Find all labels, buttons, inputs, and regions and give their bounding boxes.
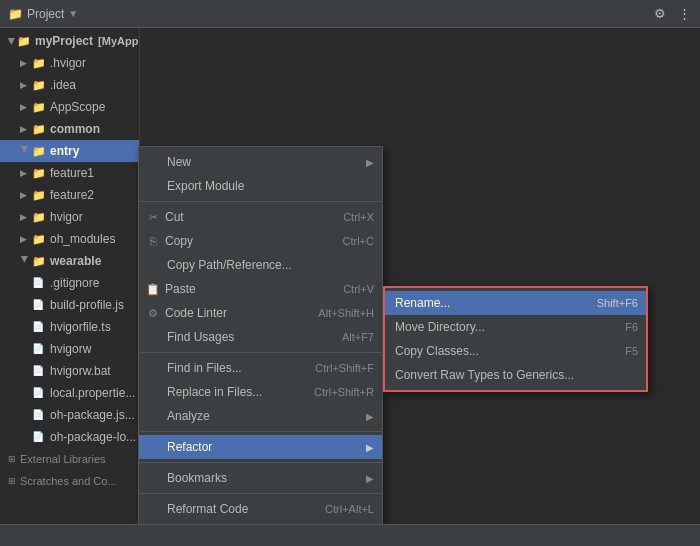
tree-item-hvigor[interactable]: ▶ 📁 .hvigor: [0, 52, 139, 74]
menu-item-bookmarks[interactable]: Bookmarks ▶: [139, 466, 382, 490]
tree-item-wearable[interactable]: ▶ 📁 wearable: [0, 250, 139, 272]
tree-item-build-profile[interactable]: 📄 build-profile.js: [0, 294, 139, 316]
tree-item-feature2[interactable]: ▶ 📁 feature2: [0, 184, 139, 206]
root-folder-icon: 📁: [17, 35, 31, 47]
menu-label: New: [167, 155, 191, 169]
shortcut-label: Alt+F7: [342, 331, 374, 343]
submenu-item-copy-classes[interactable]: Copy Classes... F5: [385, 339, 646, 363]
tree-item-idea[interactable]: ▶ 📁 .idea: [0, 74, 139, 96]
status-bar: [0, 524, 700, 546]
folder-icon: 📁: [32, 233, 46, 245]
context-menu: New ▶ Export Module ✂ Cut Ctrl+X ⎘ Copy …: [138, 146, 383, 524]
menu-item-export-module[interactable]: Export Module: [139, 174, 382, 198]
arrow-icon: ▶: [20, 190, 30, 200]
file-icon: 📄: [32, 321, 46, 333]
file-icon: 📄: [32, 365, 46, 377]
menu-item-code-linter[interactable]: ⚙ Code Linter Alt+Shift+H: [139, 301, 382, 325]
menu-item-optimize-imports[interactable]: Optimize Imports Ctrl+Alt+O: [139, 521, 382, 524]
item-label: .gitignore: [50, 276, 99, 290]
tree-root[interactable]: ▶ 📁 myProject [MyApplication]: [0, 30, 139, 52]
tree-item-oh-package2[interactable]: 📄 oh-package-lo...: [0, 426, 139, 448]
shortcut-label: Alt+Shift+H: [318, 307, 374, 319]
separator: [139, 462, 382, 463]
tree-item-hvigorw[interactable]: 📄 hvigorw: [0, 338, 139, 360]
file-icon: 📄: [32, 409, 46, 421]
menu-item-analyze[interactable]: Analyze ▶: [139, 404, 382, 428]
menu-item-copy-path[interactable]: Copy Path/Reference...: [139, 253, 382, 277]
item-label: entry: [50, 144, 79, 158]
arrow-icon: ▶: [20, 124, 30, 134]
arrow-icon: ▶: [20, 234, 30, 244]
menu-item-copy[interactable]: ⎘ Copy Ctrl+C: [139, 229, 382, 253]
item-label: oh_modules: [50, 232, 115, 246]
file-icon: 📄: [32, 277, 46, 289]
menu-label: Rename...: [395, 296, 450, 310]
menu-item-cut[interactable]: ✂ Cut Ctrl+X: [139, 205, 382, 229]
tree-item-scratches[interactable]: ⊞ Scratches and Co...: [0, 470, 139, 492]
dropdown-icon[interactable]: ▼: [68, 8, 78, 19]
tree-item-hvigorwbat[interactable]: 📄 hvigorw.bat: [0, 360, 139, 382]
menu-item-refactor[interactable]: Refactor ▶: [139, 435, 382, 459]
menu-label: Copy: [165, 234, 193, 248]
menu-item-paste[interactable]: 📋 Paste Ctrl+V: [139, 277, 382, 301]
item-label: Scratches and Co...: [20, 475, 117, 487]
menu-label: Reformat Code: [167, 502, 248, 516]
submenu-item-rename[interactable]: Rename... Shift+F6: [385, 291, 646, 315]
folder-icon: 📁: [32, 123, 46, 135]
folder-icon: 📁: [32, 57, 46, 69]
arrow-icon: ▶: [20, 212, 30, 222]
item-label: hvigorw: [50, 342, 91, 356]
menu-item-reformat-code[interactable]: Reformat Code Ctrl+Alt+L: [139, 497, 382, 521]
submenu-item-convert-raw[interactable]: Convert Raw Types to Generics...: [385, 363, 646, 387]
item-label: local.propertie...: [50, 386, 135, 400]
refactor-submenu: Rename... Shift+F6 Move Directory... F6 …: [383, 286, 648, 392]
paste-icon: 📋: [145, 283, 161, 296]
menu-label: Analyze: [167, 409, 210, 423]
file-icon: 📄: [32, 343, 46, 355]
settings-icon[interactable]: ⚙: [652, 6, 668, 22]
main-area: ▶ 📁 myProject [MyApplication] ▶ 📁 .hvigo…: [0, 28, 700, 524]
menu-item-find-in-files[interactable]: Find in Files... Ctrl+Shift+F: [139, 356, 382, 380]
folder-icon: 📁: [32, 145, 46, 157]
file-icon: 📄: [32, 387, 46, 399]
tree-item-appscope[interactable]: ▶ 📁 AppScope: [0, 96, 139, 118]
menu-item-replace-in-files[interactable]: Replace in Files... Ctrl+Shift+R: [139, 380, 382, 404]
menu-label: Export Module: [167, 179, 244, 193]
folder-icon: 📁: [32, 101, 46, 113]
submenu-arrow-icon: ▶: [366, 473, 374, 484]
menu-label: Move Directory...: [395, 320, 485, 334]
item-label: hvigor: [50, 210, 83, 224]
layout-icon[interactable]: ⋮: [676, 6, 692, 22]
menu-label: Cut: [165, 210, 184, 224]
menu-label: Find in Files...: [167, 361, 242, 375]
tree-item-hvigor2[interactable]: ▶ 📁 hvigor: [0, 206, 139, 228]
tree-item-oh-package[interactable]: 📄 oh-package.js...: [0, 404, 139, 426]
menu-label: Code Linter: [165, 306, 227, 320]
copy-icon: ⎘: [145, 235, 161, 247]
shortcut-label: Ctrl+Shift+R: [314, 386, 374, 398]
menu-label: Find Usages: [167, 330, 234, 344]
title-text: Project: [27, 7, 64, 21]
tree-item-local-props[interactable]: 📄 local.propertie...: [0, 382, 139, 404]
tree-item-oh-modules[interactable]: ▶ 📁 oh_modules: [0, 228, 139, 250]
tree-item-external[interactable]: ⊞ External Libraries: [0, 448, 139, 470]
menu-item-find-usages[interactable]: Find Usages Alt+F7: [139, 325, 382, 349]
tree-item-hvigorfile[interactable]: 📄 hvigorfile.ts: [0, 316, 139, 338]
tree-item-feature1[interactable]: ▶ 📁 feature1: [0, 162, 139, 184]
shortcut-label: F5: [625, 345, 638, 357]
shortcut-label: Ctrl+Shift+F: [315, 362, 374, 374]
tree-item-common[interactable]: ▶ 📁 common: [0, 118, 139, 140]
project-tree: ▶ 📁 myProject [MyApplication] ▶ 📁 .hvigo…: [0, 28, 140, 524]
folder-icon: 📁: [32, 211, 46, 223]
separator: [139, 352, 382, 353]
arrow-icon: ▶: [20, 168, 30, 178]
item-label: hvigorw.bat: [50, 364, 111, 378]
menu-item-new[interactable]: New ▶: [139, 150, 382, 174]
menu-label: Copy Classes...: [395, 344, 479, 358]
folder-icon: 📁: [32, 189, 46, 201]
root-app-label: [MyApplication]: [95, 35, 140, 47]
tree-item-entry[interactable]: ▶ 📁 entry: [0, 140, 139, 162]
submenu-arrow-icon: ▶: [366, 411, 374, 422]
submenu-item-move-directory[interactable]: Move Directory... F6: [385, 315, 646, 339]
tree-item-gitignore[interactable]: 📄 .gitignore: [0, 272, 139, 294]
